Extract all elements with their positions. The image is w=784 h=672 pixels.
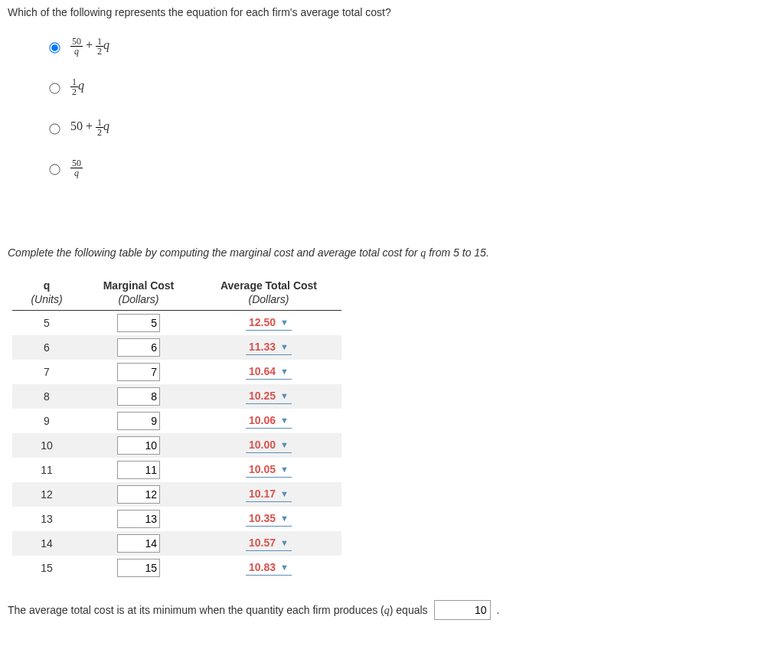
chevron-down-icon: ▼ [280, 538, 289, 547]
chevron-down-icon: ▼ [280, 489, 289, 498]
q-cell: 8 [12, 384, 81, 409]
q-cell: 5 [12, 311, 81, 336]
atc-cell: 10.57▼ [196, 531, 341, 556]
mc-input[interactable] [117, 314, 160, 332]
chevron-down-icon: ▼ [280, 563, 289, 572]
option-b[interactable]: 12q [46, 77, 776, 96]
atc-dropdown[interactable]: 12.50▼ [246, 315, 292, 331]
table-row: 1110.05▼ [12, 458, 341, 482]
atc-value: 10.17 [249, 488, 276, 500]
atc-cell: 12.50▼ [196, 311, 341, 336]
col-mc-unit: (Dollars) [81, 293, 196, 311]
mc-input[interactable] [117, 485, 160, 504]
option-c[interactable]: 50 + 12q [46, 118, 776, 137]
option-c-formula: 50 + 12q [70, 118, 109, 137]
table-row: 1310.35▼ [12, 507, 341, 531]
mc-cell [81, 433, 196, 458]
atc-value: 10.25 [249, 390, 276, 402]
option-d-formula: 50q [70, 158, 83, 178]
col-mc-header: Marginal Cost [81, 275, 196, 293]
q-cell: 12 [12, 482, 81, 507]
mc-input[interactable] [117, 534, 160, 553]
atc-value: 10.57 [249, 537, 276, 549]
table-row: 1210.17▼ [12, 482, 341, 507]
chevron-down-icon: ▼ [280, 367, 289, 376]
table-row: 910.06▼ [12, 409, 341, 433]
atc-dropdown[interactable]: 10.05▼ [246, 462, 292, 478]
mc-input[interactable] [117, 510, 160, 528]
chevron-down-icon: ▼ [280, 465, 289, 474]
atc-value: 10.00 [249, 439, 276, 451]
q-cell: 11 [12, 458, 81, 482]
atc-cell: 10.06▼ [196, 409, 341, 433]
q-cell: 7 [12, 360, 81, 384]
col-atc-header: Average Total Cost [196, 275, 341, 293]
chevron-down-icon: ▼ [280, 318, 289, 327]
q-cell: 14 [12, 531, 81, 556]
options-group: 50q + 12q 12q 50 + 12q 50q [46, 37, 776, 178]
atc-dropdown[interactable]: 10.83▼ [246, 560, 292, 576]
atc-cell: 10.35▼ [196, 507, 341, 531]
atc-dropdown[interactable]: 10.35▼ [246, 511, 292, 527]
atc-dropdown[interactable]: 10.57▼ [246, 536, 292, 551]
mc-input[interactable] [117, 461, 160, 479]
col-atc-unit: (Dollars) [196, 293, 341, 311]
atc-cell: 11.33▼ [196, 335, 341, 360]
atc-cell: 10.00▼ [196, 433, 341, 458]
q-cell: 6 [12, 335, 81, 360]
atc-value: 10.06 [249, 414, 276, 426]
mc-input[interactable] [117, 412, 160, 430]
table-row: 512.50▼ [12, 311, 341, 336]
mc-input[interactable] [117, 338, 160, 357]
option-a-radio[interactable] [49, 42, 60, 53]
mc-cell [81, 531, 196, 556]
atc-dropdown[interactable]: 11.33▼ [246, 340, 292, 355]
q-cell: 13 [12, 507, 81, 531]
final-sentence: The average total cost is at its minimum… [8, 600, 776, 620]
mc-input[interactable] [117, 559, 160, 577]
table-row: 1010.00▼ [12, 433, 341, 458]
option-d[interactable]: 50q [46, 158, 776, 178]
chevron-down-icon: ▼ [280, 342, 289, 351]
option-d-radio[interactable] [49, 164, 60, 175]
table-row: 611.33▼ [12, 335, 341, 360]
option-b-formula: 12q [70, 77, 84, 96]
min-quantity-input[interactable] [434, 600, 491, 620]
option-c-radio[interactable] [49, 123, 60, 134]
mc-cell [81, 335, 196, 360]
mc-input[interactable] [117, 436, 160, 455]
mc-cell [81, 458, 196, 482]
option-b-radio[interactable] [49, 83, 60, 93]
mc-input[interactable] [117, 363, 160, 381]
table-row: 810.25▼ [12, 384, 341, 409]
table-row: 1410.57▼ [12, 531, 341, 556]
table-row: 1510.83▼ [12, 556, 341, 580]
mc-cell [81, 384, 196, 409]
q-cell: 9 [12, 409, 81, 433]
atc-value: 12.50 [249, 316, 276, 328]
atc-value: 11.33 [249, 341, 276, 353]
col-q-unit: (Units) [12, 293, 81, 311]
atc-cell: 10.83▼ [196, 556, 341, 580]
atc-cell: 10.64▼ [196, 360, 341, 384]
atc-dropdown[interactable]: 10.06▼ [246, 413, 292, 429]
atc-dropdown[interactable]: 10.17▼ [246, 487, 292, 502]
option-a[interactable]: 50q + 12q [46, 37, 776, 56]
mc-cell [81, 507, 196, 531]
atc-dropdown[interactable]: 10.00▼ [246, 438, 292, 453]
mc-cell [81, 360, 196, 384]
chevron-down-icon: ▼ [280, 514, 289, 523]
col-q-header: q [12, 275, 81, 293]
q-cell: 10 [12, 433, 81, 458]
atc-value: 10.64 [249, 365, 276, 377]
atc-cell: 10.17▼ [196, 482, 341, 507]
atc-dropdown[interactable]: 10.25▼ [246, 389, 292, 404]
atc-dropdown[interactable]: 10.64▼ [246, 364, 292, 380]
atc-cell: 10.25▼ [196, 384, 341, 409]
chevron-down-icon: ▼ [280, 440, 289, 449]
cost-table: q Marginal Cost Average Total Cost (Unit… [12, 275, 341, 580]
chevron-down-icon: ▼ [280, 416, 289, 425]
atc-value: 10.83 [249, 561, 276, 573]
mc-input[interactable] [117, 387, 160, 406]
option-a-formula: 50q + 12q [70, 37, 109, 56]
